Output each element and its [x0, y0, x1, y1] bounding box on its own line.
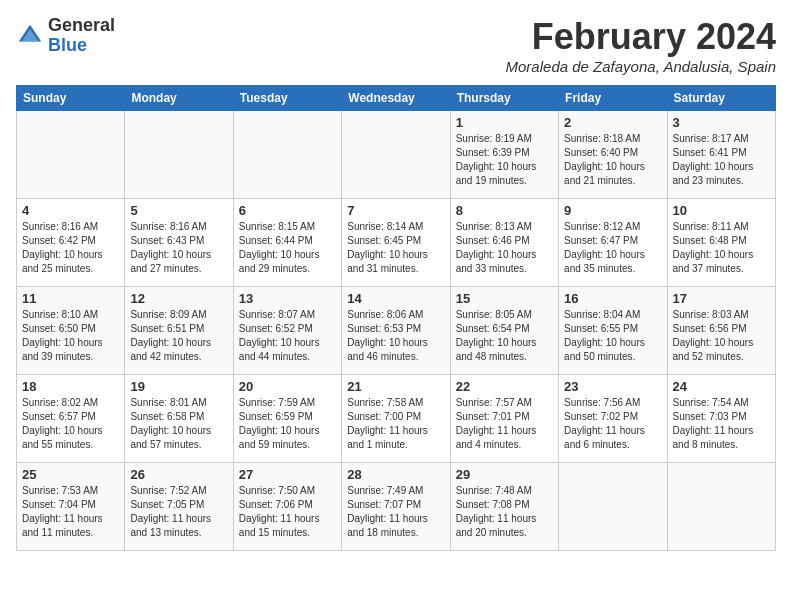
location-subtitle: Moraleda de Zafayona, Andalusia, Spain: [506, 58, 776, 75]
weekday-header: Sunday: [17, 86, 125, 111]
day-number: 17: [673, 291, 770, 306]
day-info: Sunrise: 8:07 AM Sunset: 6:52 PM Dayligh…: [239, 308, 336, 364]
day-info: Sunrise: 8:04 AM Sunset: 6:55 PM Dayligh…: [564, 308, 661, 364]
calendar-cell: [233, 111, 341, 199]
day-number: 20: [239, 379, 336, 394]
day-number: 25: [22, 467, 119, 482]
weekday-header-row: SundayMondayTuesdayWednesdayThursdayFrid…: [17, 86, 776, 111]
calendar-cell: [667, 463, 775, 551]
calendar-cell: [17, 111, 125, 199]
day-number: 10: [673, 203, 770, 218]
day-info: Sunrise: 8:10 AM Sunset: 6:50 PM Dayligh…: [22, 308, 119, 364]
calendar-cell: 5Sunrise: 8:16 AM Sunset: 6:43 PM Daylig…: [125, 199, 233, 287]
calendar-cell: 27Sunrise: 7:50 AM Sunset: 7:06 PM Dayli…: [233, 463, 341, 551]
day-number: 6: [239, 203, 336, 218]
calendar-cell: 12Sunrise: 8:09 AM Sunset: 6:51 PM Dayli…: [125, 287, 233, 375]
day-info: Sunrise: 8:18 AM Sunset: 6:40 PM Dayligh…: [564, 132, 661, 188]
day-number: 7: [347, 203, 444, 218]
calendar-cell: 16Sunrise: 8:04 AM Sunset: 6:55 PM Dayli…: [559, 287, 667, 375]
calendar-week-row: 18Sunrise: 8:02 AM Sunset: 6:57 PM Dayli…: [17, 375, 776, 463]
day-number: 4: [22, 203, 119, 218]
title-area: February 2024 Moraleda de Zafayona, Anda…: [506, 16, 776, 75]
weekday-header: Saturday: [667, 86, 775, 111]
day-number: 19: [130, 379, 227, 394]
day-number: 1: [456, 115, 553, 130]
month-title: February 2024: [506, 16, 776, 58]
calendar-cell: 28Sunrise: 7:49 AM Sunset: 7:07 PM Dayli…: [342, 463, 450, 551]
calendar-table: SundayMondayTuesdayWednesdayThursdayFrid…: [16, 85, 776, 551]
calendar-cell: [125, 111, 233, 199]
day-number: 27: [239, 467, 336, 482]
calendar-cell: 25Sunrise: 7:53 AM Sunset: 7:04 PM Dayli…: [17, 463, 125, 551]
day-number: 2: [564, 115, 661, 130]
day-info: Sunrise: 7:59 AM Sunset: 6:59 PM Dayligh…: [239, 396, 336, 452]
day-info: Sunrise: 8:09 AM Sunset: 6:51 PM Dayligh…: [130, 308, 227, 364]
day-number: 8: [456, 203, 553, 218]
day-info: Sunrise: 7:54 AM Sunset: 7:03 PM Dayligh…: [673, 396, 770, 452]
weekday-header: Friday: [559, 86, 667, 111]
calendar-cell: 1Sunrise: 8:19 AM Sunset: 6:39 PM Daylig…: [450, 111, 558, 199]
day-info: Sunrise: 8:03 AM Sunset: 6:56 PM Dayligh…: [673, 308, 770, 364]
day-info: Sunrise: 7:58 AM Sunset: 7:00 PM Dayligh…: [347, 396, 444, 452]
day-number: 12: [130, 291, 227, 306]
day-info: Sunrise: 8:14 AM Sunset: 6:45 PM Dayligh…: [347, 220, 444, 276]
day-info: Sunrise: 8:16 AM Sunset: 6:43 PM Dayligh…: [130, 220, 227, 276]
day-info: Sunrise: 7:48 AM Sunset: 7:08 PM Dayligh…: [456, 484, 553, 540]
day-info: Sunrise: 7:57 AM Sunset: 7:01 PM Dayligh…: [456, 396, 553, 452]
day-number: 5: [130, 203, 227, 218]
calendar-cell: 7Sunrise: 8:14 AM Sunset: 6:45 PM Daylig…: [342, 199, 450, 287]
calendar-week-row: 1Sunrise: 8:19 AM Sunset: 6:39 PM Daylig…: [17, 111, 776, 199]
day-number: 29: [456, 467, 553, 482]
day-number: 11: [22, 291, 119, 306]
day-number: 9: [564, 203, 661, 218]
day-number: 22: [456, 379, 553, 394]
calendar-cell: [559, 463, 667, 551]
page-header: General Blue February 2024 Moraleda de Z…: [16, 16, 776, 75]
weekday-header: Tuesday: [233, 86, 341, 111]
day-number: 16: [564, 291, 661, 306]
day-number: 24: [673, 379, 770, 394]
logo-icon: [16, 22, 44, 50]
calendar-cell: 23Sunrise: 7:56 AM Sunset: 7:02 PM Dayli…: [559, 375, 667, 463]
weekday-header: Thursday: [450, 86, 558, 111]
calendar-cell: 2Sunrise: 8:18 AM Sunset: 6:40 PM Daylig…: [559, 111, 667, 199]
day-info: Sunrise: 7:49 AM Sunset: 7:07 PM Dayligh…: [347, 484, 444, 540]
calendar-cell: 6Sunrise: 8:15 AM Sunset: 6:44 PM Daylig…: [233, 199, 341, 287]
calendar-week-row: 25Sunrise: 7:53 AM Sunset: 7:04 PM Dayli…: [17, 463, 776, 551]
day-number: 13: [239, 291, 336, 306]
logo: General Blue: [16, 16, 115, 56]
calendar-cell: 4Sunrise: 8:16 AM Sunset: 6:42 PM Daylig…: [17, 199, 125, 287]
calendar-cell: 3Sunrise: 8:17 AM Sunset: 6:41 PM Daylig…: [667, 111, 775, 199]
calendar-cell: 21Sunrise: 7:58 AM Sunset: 7:00 PM Dayli…: [342, 375, 450, 463]
day-info: Sunrise: 8:13 AM Sunset: 6:46 PM Dayligh…: [456, 220, 553, 276]
calendar-cell: 20Sunrise: 7:59 AM Sunset: 6:59 PM Dayli…: [233, 375, 341, 463]
day-info: Sunrise: 8:06 AM Sunset: 6:53 PM Dayligh…: [347, 308, 444, 364]
logo-blue-text: Blue: [48, 36, 115, 56]
day-number: 3: [673, 115, 770, 130]
calendar-cell: 14Sunrise: 8:06 AM Sunset: 6:53 PM Dayli…: [342, 287, 450, 375]
calendar-week-row: 11Sunrise: 8:10 AM Sunset: 6:50 PM Dayli…: [17, 287, 776, 375]
day-info: Sunrise: 8:16 AM Sunset: 6:42 PM Dayligh…: [22, 220, 119, 276]
calendar-cell: 22Sunrise: 7:57 AM Sunset: 7:01 PM Dayli…: [450, 375, 558, 463]
day-info: Sunrise: 7:53 AM Sunset: 7:04 PM Dayligh…: [22, 484, 119, 540]
calendar-cell: 29Sunrise: 7:48 AM Sunset: 7:08 PM Dayli…: [450, 463, 558, 551]
day-info: Sunrise: 8:01 AM Sunset: 6:58 PM Dayligh…: [130, 396, 227, 452]
day-info: Sunrise: 7:50 AM Sunset: 7:06 PM Dayligh…: [239, 484, 336, 540]
day-info: Sunrise: 8:05 AM Sunset: 6:54 PM Dayligh…: [456, 308, 553, 364]
day-info: Sunrise: 8:02 AM Sunset: 6:57 PM Dayligh…: [22, 396, 119, 452]
day-number: 14: [347, 291, 444, 306]
day-number: 21: [347, 379, 444, 394]
calendar-cell: 24Sunrise: 7:54 AM Sunset: 7:03 PM Dayli…: [667, 375, 775, 463]
day-number: 15: [456, 291, 553, 306]
weekday-header: Wednesday: [342, 86, 450, 111]
calendar-cell: 18Sunrise: 8:02 AM Sunset: 6:57 PM Dayli…: [17, 375, 125, 463]
calendar-cell: 10Sunrise: 8:11 AM Sunset: 6:48 PM Dayli…: [667, 199, 775, 287]
day-info: Sunrise: 8:12 AM Sunset: 6:47 PM Dayligh…: [564, 220, 661, 276]
day-info: Sunrise: 8:19 AM Sunset: 6:39 PM Dayligh…: [456, 132, 553, 188]
calendar-cell: 19Sunrise: 8:01 AM Sunset: 6:58 PM Dayli…: [125, 375, 233, 463]
calendar-cell: [342, 111, 450, 199]
logo-general-text: General: [48, 16, 115, 36]
calendar-week-row: 4Sunrise: 8:16 AM Sunset: 6:42 PM Daylig…: [17, 199, 776, 287]
day-info: Sunrise: 7:56 AM Sunset: 7:02 PM Dayligh…: [564, 396, 661, 452]
day-number: 23: [564, 379, 661, 394]
